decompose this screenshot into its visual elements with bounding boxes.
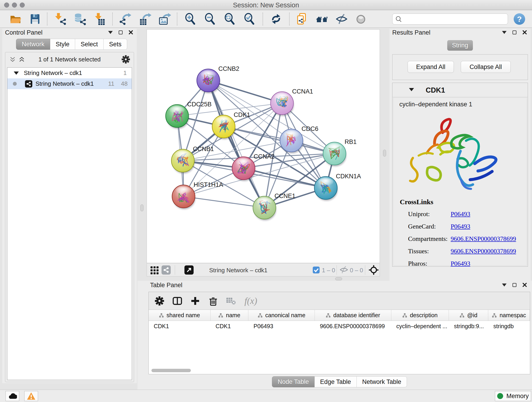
- table-tab-edge-table[interactable]: Edge Table: [315, 376, 357, 387]
- toolbar-separator: [112, 13, 113, 26]
- search-input[interactable]: [402, 14, 508, 24]
- panel-close-icon[interactable]: [128, 30, 133, 35]
- network-node-CDC6[interactable]: CDC6: [280, 125, 318, 153]
- memory-status-dot: [497, 393, 503, 399]
- crosslink-link-uniprot[interactable]: P06493: [451, 211, 470, 218]
- panel-close-icon[interactable]: [522, 30, 527, 35]
- table-panel-tabs: Node TableEdge TableNetwork Table: [272, 376, 407, 387]
- save-session-button[interactable]: [28, 12, 42, 26]
- tab-string[interactable]: String: [447, 40, 473, 51]
- network-edges: [177, 80, 335, 208]
- network-node-CDKN1A[interactable]: CDKN1A: [314, 173, 361, 201]
- table-cell[interactable]: CDK1: [149, 321, 210, 332]
- column-header-name[interactable]: name: [210, 310, 249, 321]
- network-options-gear-icon[interactable]: [121, 55, 130, 64]
- toolbar-separator: [47, 13, 47, 26]
- control-tab-sets[interactable]: Sets: [104, 39, 127, 50]
- create-column-plus-icon[interactable]: [190, 296, 200, 306]
- network-node-CCNA1[interactable]: CCNA1: [271, 88, 313, 116]
- protein-card-header[interactable]: CDK1: [393, 83, 528, 97]
- table-cell[interactable]: CDK1: [210, 321, 249, 332]
- column-header-id[interactable]: @id: [449, 310, 488, 321]
- right-splitter-handle[interactable]: [383, 150, 386, 157]
- column-header-shared-name[interactable]: shared name: [149, 310, 210, 321]
- table-cell[interactable]: cyclin–dependent ...: [391, 321, 449, 332]
- birds-eye-grid-icon[interactable]: [150, 265, 159, 275]
- table-cell[interactable]: stringdb: [488, 321, 530, 332]
- control-tab-select[interactable]: Select: [75, 39, 104, 50]
- column-header-description[interactable]: description: [391, 310, 449, 321]
- tree-collapse-icon[interactable]: [14, 71, 19, 75]
- cloud-icon: [8, 392, 17, 400]
- warnings-button[interactable]: [24, 391, 38, 401]
- results-panel-title: Results Panel: [392, 29, 431, 36]
- panel-close-icon[interactable]: [522, 283, 527, 287]
- panel-float-icon[interactable]: [513, 31, 516, 34]
- network-node-label: RB1: [345, 138, 357, 145]
- left-splitter-handle[interactable]: [140, 204, 143, 211]
- table-tab-node-table[interactable]: Node Table: [272, 376, 315, 387]
- open-file-button[interactable]: [9, 12, 22, 26]
- table-cell[interactable]: 9606.ENSP00000378699: [315, 321, 391, 332]
- network-overview-icon[interactable]: [162, 265, 171, 275]
- panel-menu-icon[interactable]: [108, 31, 113, 34]
- crosslink-link-genecard[interactable]: P06493: [451, 223, 470, 230]
- help-button[interactable]: ?: [514, 13, 525, 25]
- crosslink-link-compartments[interactable]: 9606.ENSP00000378699: [451, 235, 516, 242]
- zoom-selected-button[interactable]: [243, 12, 256, 26]
- network-node-RB1[interactable]: RB1: [323, 138, 357, 166]
- collapse-section-icon[interactable]: [409, 88, 414, 91]
- table-horizontal-scrollbar[interactable]: [152, 369, 191, 372]
- show-columns-icon[interactable]: [172, 296, 182, 306]
- panel-float-icon[interactable]: [119, 31, 123, 34]
- network-tree-root-row[interactable]: String Network – cdk1 1: [7, 68, 132, 78]
- column-header-namespac[interactable]: namespac: [488, 310, 530, 321]
- bottom-splitter-handle[interactable]: [335, 277, 342, 280]
- selected-checkbox-icon[interactable]: [313, 267, 320, 274]
- network-snapshot-button[interactable]: [296, 12, 309, 26]
- toolbar-separator: [263, 13, 263, 26]
- cloud-status-button[interactable]: [6, 391, 19, 401]
- export-network-button[interactable]: [119, 12, 132, 26]
- network-tree-item-row[interactable]: String Network – cdk1 11 48: [7, 78, 132, 89]
- import-network-database-button[interactable]: [73, 12, 87, 26]
- expand-all-button[interactable]: Expand All: [408, 61, 454, 73]
- show-graphics-details-button[interactable]: [354, 12, 367, 26]
- birds-eye-toggle-icon[interactable]: [369, 265, 379, 276]
- panel-menu-icon[interactable]: [502, 283, 507, 287]
- delete-column-trash-icon[interactable]: [208, 296, 218, 306]
- control-panel-tabs: NetworkStyleSelectSets: [16, 39, 127, 50]
- export-image-button[interactable]: [158, 12, 171, 26]
- zoom-fit-button[interactable]: [223, 12, 236, 26]
- zoom-in-button[interactable]: [184, 12, 197, 26]
- table-tab-network-table[interactable]: Network Table: [357, 376, 407, 387]
- table-row[interactable]: CDK1CDK1P064939606.ENSP00000378699cyclin…: [149, 321, 530, 332]
- toolbar-search: [392, 13, 508, 25]
- table-cell[interactable]: stringdb:9...: [449, 321, 488, 332]
- refresh-network-button[interactable]: [269, 12, 283, 26]
- panel-float-icon[interactable]: [513, 283, 516, 287]
- collapse-all-button[interactable]: Collapse All: [461, 61, 511, 73]
- table-toolbar: f(x): [149, 292, 530, 310]
- network-canvas[interactable]: CCNB2CCNA1CDC25BCDK1CDC6RB1CCNB1CCNA2CDK…: [147, 29, 380, 263]
- table-cell[interactable]: P06493: [248, 321, 315, 332]
- control-tab-style[interactable]: Style: [50, 39, 75, 50]
- export-table-button[interactable]: [139, 12, 152, 26]
- import-table-file-button[interactable]: [93, 12, 106, 26]
- column-sort-icon: [326, 313, 331, 318]
- column-header-canonical-name[interactable]: canonical name: [248, 310, 315, 321]
- hidden-eye-icon[interactable]: [339, 265, 348, 275]
- memory-button[interactable]: Memory: [495, 391, 531, 401]
- zoom-out-button[interactable]: [203, 12, 217, 26]
- column-header-database-identifier[interactable]: database identifier: [315, 310, 391, 321]
- network-node-HIST1H1A[interactable]: HIST1H1A: [172, 181, 223, 209]
- show-all-networks-button[interactable]: [315, 12, 329, 26]
- crosslink-link-pharos[interactable]: P06493: [451, 260, 470, 267]
- open-in-window-icon[interactable]: [184, 265, 194, 275]
- import-network-file-button[interactable]: [54, 12, 67, 26]
- table-options-gear-icon[interactable]: [155, 296, 164, 306]
- panel-menu-icon[interactable]: [502, 31, 507, 34]
- control-tab-network[interactable]: Network: [16, 39, 50, 50]
- hide-graphics-details-button[interactable]: [335, 12, 348, 26]
- crosslink-link-tissues[interactable]: 9606.ENSP00000378699: [451, 248, 516, 255]
